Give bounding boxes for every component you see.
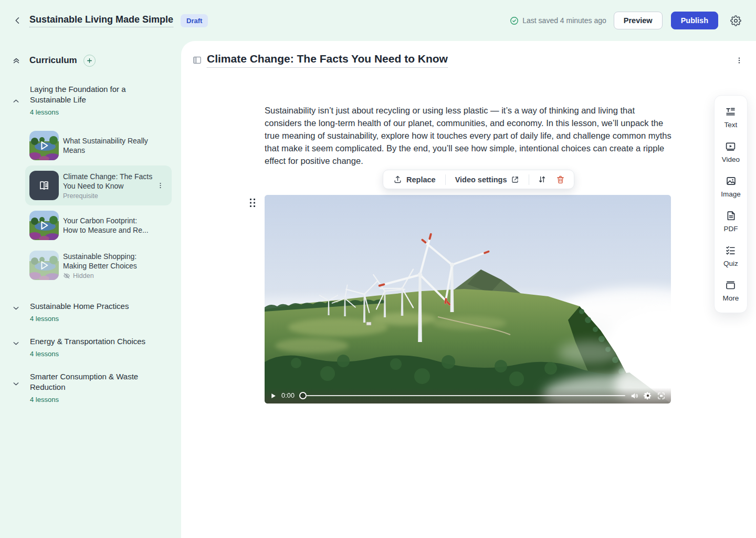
external-link-icon	[511, 175, 519, 184]
play-icon	[270, 392, 277, 399]
section-sustainable-home[interactable]: Sustainable Home Practices 4 lessons	[0, 301, 181, 323]
block-drag-handle[interactable]	[249, 198, 256, 208]
lesson-options-button[interactable]	[156, 182, 164, 190]
gear-icon	[730, 15, 741, 26]
insert-more-button[interactable]: More	[723, 280, 739, 302]
kebab-menu-icon	[156, 182, 164, 190]
seek-bar[interactable]	[299, 391, 625, 400]
section-smarter-consumption[interactable]: Smarter Consumption & Waste Reduction 4 …	[0, 371, 181, 404]
lesson-item-what-sustainability[interactable]: What Sustainability Really Means	[25, 126, 172, 165]
last-saved-status: Last saved 4 minutes ago	[510, 16, 606, 25]
section-title[interactable]: Energy & Transportation Choices	[30, 336, 171, 347]
last-saved-label: Last saved 4 minutes ago	[522, 16, 606, 25]
panel-left-icon	[192, 55, 202, 65]
insert-quiz-button[interactable]: Quiz	[723, 245, 738, 267]
open-book-icon	[37, 179, 51, 192]
preview-button[interactable]: Preview	[614, 12, 663, 29]
lesson-paragraph[interactable]: Sustainability isn’t just about recyclin…	[265, 104, 672, 167]
video-still-wind-turbines	[265, 195, 671, 404]
section-lesson-count: 4 lessons	[30, 315, 171, 323]
current-time: 0:00	[281, 392, 295, 399]
player-settings-button[interactable]	[644, 391, 652, 400]
volume-button[interactable]	[630, 391, 639, 400]
image-icon	[726, 175, 737, 187]
insert-pdf-button[interactable]: PDF	[724, 210, 738, 233]
lesson-video-thumbnail	[29, 211, 59, 240]
lesson-options-button[interactable]	[733, 54, 746, 67]
lesson-item-climate-change[interactable]: Climate Change: The Facts You Need to Kn…	[25, 165, 172, 205]
gear-icon	[644, 391, 652, 400]
lesson-editor-panel: Climate Change: The Facts You Need to Kn…	[181, 41, 756, 538]
chevron-down-icon[interactable]	[12, 379, 21, 388]
video-settings-button[interactable]: Video settings	[450, 172, 524, 187]
add-section-button[interactable]	[83, 55, 96, 67]
video-icon	[725, 141, 736, 152]
video-player[interactable]: 0:00	[265, 195, 671, 404]
top-bar: Sustainable Living Made Simple Draft Las…	[0, 0, 756, 41]
insert-video-button[interactable]: Video	[722, 141, 740, 163]
upload-icon	[393, 175, 402, 184]
delete-block-button[interactable]	[552, 172, 569, 187]
curriculum-sidebar: Curriculum Laying the Foundation for a S…	[0, 41, 181, 538]
lesson-title-heading[interactable]: Climate Change: The Facts You Need to Kn…	[207, 53, 448, 68]
toolbar-divider	[445, 174, 446, 185]
status-badge: Draft	[181, 14, 208, 27]
scrubber-handle[interactable]	[299, 392, 307, 399]
fullscreen-icon	[657, 391, 666, 400]
video-controls: 0:00	[265, 388, 671, 404]
toggle-sidebar-button[interactable]	[190, 54, 204, 67]
chevrons-up-icon	[12, 56, 21, 65]
toolbar-divider	[529, 174, 529, 185]
move-block-button[interactable]	[534, 172, 550, 187]
lesson-meta: Hidden	[63, 272, 159, 280]
section-laying-the-foundation[interactable]: Laying the Foundation for a Sustainable …	[0, 84, 181, 116]
collapse-all-button[interactable]	[12, 56, 23, 65]
section-lesson-count: 4 lessons	[30, 396, 171, 404]
trash-icon	[556, 175, 565, 184]
lesson-title: What Sustainability Really Means	[63, 136, 152, 155]
progress-track	[307, 395, 625, 396]
back-button[interactable]	[10, 13, 25, 28]
lesson-item-sustainable-shopping[interactable]: Sustainable Shopping: Making Better Choi…	[25, 245, 172, 285]
insert-block-palette: Text Video Image PDF Quiz More	[714, 95, 748, 313]
section-energy-transportation[interactable]: Energy & Transportation Choices 4 lesson…	[0, 336, 181, 358]
kebab-menu-icon	[735, 56, 743, 65]
play-icon	[38, 140, 50, 151]
reading-lesson-tile	[29, 171, 59, 200]
lesson-item-carbon-footprint[interactable]: Your Carbon Footprint: How to Measure an…	[25, 205, 172, 245]
lesson-title: Sustainable Shopping: Making Better Choi…	[63, 252, 159, 271]
replace-video-button[interactable]: Replace	[388, 172, 440, 187]
insert-text-button[interactable]: Text	[724, 106, 738, 129]
lesson-title: Climate Change: The Facts You Need to Kn…	[63, 172, 159, 191]
course-title[interactable]: Sustainable Living Made Simple	[29, 14, 173, 27]
chevron-down-icon[interactable]	[12, 339, 21, 348]
publish-button[interactable]: Publish	[671, 12, 718, 29]
check-circle-icon	[510, 16, 519, 25]
section-title[interactable]: Laying the Foundation for a Sustainable …	[30, 84, 140, 105]
fullscreen-button[interactable]	[657, 391, 666, 400]
chevron-down-icon[interactable]	[12, 304, 21, 313]
play-button[interactable]	[270, 392, 277, 399]
video-block-toolbar: Replace Video settings	[383, 170, 574, 189]
section-lesson-count: 4 lessons	[30, 350, 171, 358]
volume-icon	[630, 391, 639, 400]
lesson-video-thumbnail	[29, 131, 59, 160]
curriculum-heading: Curriculum	[29, 55, 77, 66]
arrows-up-down-icon	[538, 175, 547, 184]
play-icon	[38, 220, 50, 231]
quiz-checklist-icon	[725, 245, 736, 256]
pdf-document-icon	[726, 210, 737, 221]
section-lesson-count: 4 lessons	[30, 108, 171, 116]
eye-off-icon	[63, 272, 70, 280]
settings-button[interactable]	[728, 13, 743, 28]
section-title[interactable]: Sustainable Home Practices	[30, 301, 171, 312]
chevron-up-icon[interactable]	[12, 97, 21, 106]
more-blocks-icon	[725, 280, 736, 291]
lesson-title: Your Carbon Footprint: How to Measure an…	[63, 216, 152, 235]
section-title[interactable]: Smarter Consumption & Waste Reduction	[30, 371, 148, 392]
play-icon	[38, 260, 50, 271]
lesson-video-thumbnail	[29, 251, 59, 280]
insert-image-button[interactable]: Image	[721, 175, 741, 198]
text-icon	[725, 106, 736, 117]
lesson-meta: Prerequisite	[63, 192, 159, 200]
